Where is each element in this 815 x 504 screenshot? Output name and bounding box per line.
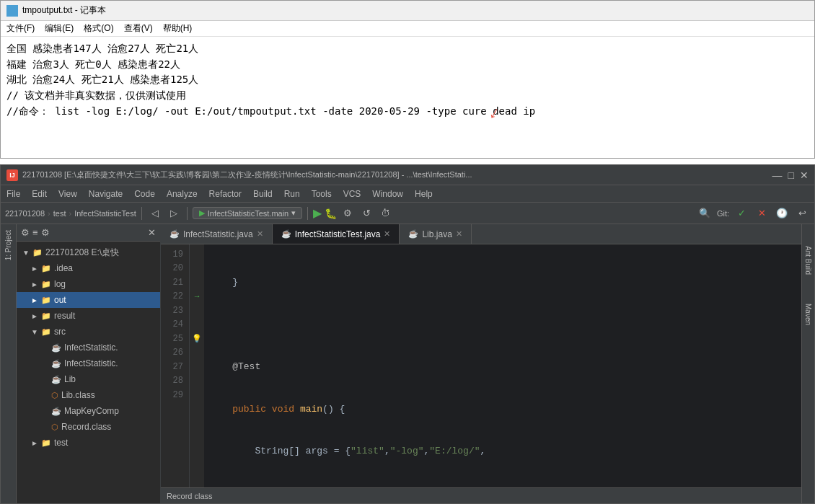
tree-item-recordclass[interactable]: ⬡ Record.class: [17, 419, 160, 435]
notepad-menu-view[interactable]: 查看(V): [124, 22, 153, 35]
ln-19: 19: [161, 247, 183, 262]
notepad-line-1: 全国 感染患者147人 治愈27人 死亡21人: [6, 41, 809, 57]
menu-analyze[interactable]: Analyze: [167, 189, 198, 199]
ide-titlebar: IJ 221701208 [E:\桌面快捷文件\大三下\软工实践\博客园\第二次…: [1, 165, 814, 185]
breakpoint-arrow-22[interactable]: →: [195, 291, 200, 303]
git-label: Git:: [717, 209, 729, 218]
ln-24: 24: [161, 318, 183, 332]
folder-icon: 📁: [32, 248, 43, 257]
project-panel-label[interactable]: 1: Project: [4, 230, 12, 260]
tree-item-src[interactable]: ▼ 📁 src: [17, 324, 160, 340]
git-checkmark[interactable]: ✓: [734, 205, 749, 221]
toolbar-clock[interactable]: ⏱: [377, 205, 393, 221]
gutter: → 💡: [190, 244, 204, 487]
maven-label[interactable]: Maven: [804, 304, 812, 325]
menu-navigate[interactable]: Navigate: [89, 189, 123, 199]
tree-item-mapkeycomp[interactable]: ☕ MapKeyComp: [17, 403, 160, 419]
menu-build[interactable]: Build: [253, 189, 273, 199]
menu-edit[interactable]: Edit: [32, 189, 47, 199]
tab-lib[interactable]: ☕ Lib.java ✕: [400, 224, 471, 244]
debug-button[interactable]: 🐛: [325, 208, 337, 219]
tab-close-2[interactable]: ✕: [384, 229, 390, 239]
run-config-selector[interactable]: ▶ InfectStatisticTest.main ▾: [193, 207, 303, 219]
tree-item-result[interactable]: ► 📁 result: [17, 308, 160, 324]
tab-infectstatistic[interactable]: ☕ InfectStatistic.java ✕: [161, 224, 273, 244]
ln-29: 29: [161, 388, 183, 402]
ln-27: 27: [161, 360, 183, 374]
ln-28: 28: [161, 374, 183, 389]
notepad-line-4: // 该文档并非真实数据，仅供测试使用: [6, 88, 809, 104]
tab-close-3[interactable]: ✕: [456, 229, 462, 239]
gutter-21: [190, 275, 204, 290]
tree-item-log[interactable]: ► 📁 log: [17, 276, 160, 292]
coverage-button[interactable]: ⚙: [340, 205, 356, 221]
toolbar-separator-2: [187, 207, 188, 220]
breadcrumb: 221701208 › test › InfectStatisticTest: [5, 209, 136, 218]
run-button[interactable]: ▶: [313, 206, 322, 220]
tree-item-idea[interactable]: ► 📁 .idea: [17, 260, 160, 276]
toolbar-right: 🔍 Git: ✓ ✕ 🕐 ↩: [697, 205, 810, 221]
close-button[interactable]: ✕: [800, 169, 809, 181]
toolbar-btn-2[interactable]: ▷: [166, 205, 182, 221]
gutter-23: [190, 304, 204, 318]
breadcrumb-class[interactable]: InfectStatisticTest: [74, 209, 136, 218]
tab-infectstatistictest[interactable]: ☕ InfectStatisticTest.java ✕: [273, 224, 400, 244]
tree-settings-icon[interactable]: ⚙: [41, 227, 50, 238]
tree-close-icon[interactable]: ✕: [148, 227, 156, 238]
src-arrow: ▼: [31, 328, 38, 336]
code-line-20: [210, 318, 796, 332]
java-icon-2: ☕: [51, 359, 61, 368]
tree-item-libclass[interactable]: ⬡ Lib.class: [17, 387, 160, 403]
idea-folder-icon: 📁: [41, 264, 51, 273]
ide-right-strip: Ant Build Maven: [801, 224, 814, 503]
tree-item-test[interactable]: ► 📁 test: [17, 435, 160, 451]
git-history[interactable]: 🕐: [774, 205, 790, 221]
notepad-line-2: 福建 治愈3人 死亡0人 感染患者22人: [6, 57, 809, 73]
tree-item-infectstatistic1[interactable]: ☕ InfectStatistic.: [17, 340, 160, 355]
undo-button[interactable]: ↩: [794, 205, 810, 221]
code-content[interactable]: } @Test public void main() { String[] ar…: [204, 244, 801, 487]
test-arrow: ►: [31, 439, 38, 447]
notepad-menu-file[interactable]: 文件(F): [6, 22, 35, 35]
tree-gear-icon[interactable]: ⚙: [21, 227, 30, 238]
menu-run[interactable]: Run: [284, 189, 300, 199]
ant-build-label[interactable]: Ant Build: [804, 246, 812, 275]
menu-refactor[interactable]: Refactor: [209, 189, 242, 199]
menu-help[interactable]: Help: [415, 189, 433, 199]
gutter-28: [190, 374, 204, 389]
run-config-dropdown-icon[interactable]: ▾: [291, 208, 296, 218]
menu-tools[interactable]: Tools: [312, 189, 332, 199]
infectstatistic2-label: InfectStatistic.: [64, 358, 118, 368]
ide-left-strip: 1: Project: [1, 224, 17, 503]
lightbulb-25[interactable]: 💡: [192, 333, 202, 345]
notepad-content: 全国 感染患者147人 治愈27人 死亡21人 福建 治愈3人 死亡0人 感染患…: [1, 37, 814, 158]
tree-toolbar: ⚙ ≡ ⚙ ✕: [17, 224, 160, 242]
toolbar-btn-1[interactable]: ◁: [147, 205, 163, 221]
tree-item-lib[interactable]: ☕ Lib: [17, 371, 160, 387]
tree-root[interactable]: ▼ 📁 221701208 E:\桌快: [17, 244, 160, 260]
notepad-menubar: 文件(F) 编辑(E) 格式(O) 查看(V) 帮助(H): [1, 21, 814, 37]
menu-view[interactable]: View: [58, 189, 77, 199]
toolbar-separator-1: [141, 207, 142, 220]
ln-26: 26: [161, 346, 183, 361]
minimize-button[interactable]: —: [772, 169, 783, 181]
tree-item-infectstatistic2[interactable]: ☕ InfectStatistic.: [17, 355, 160, 371]
notepad-menu-format[interactable]: 格式(O): [84, 22, 113, 35]
search-btn[interactable]: 🔍: [697, 205, 713, 221]
menu-file[interactable]: File: [6, 189, 20, 199]
profile-button[interactable]: ↺: [358, 205, 374, 221]
menu-code[interactable]: Code: [134, 189, 155, 199]
git-x[interactable]: ✕: [754, 205, 770, 221]
tree-collapse-icon[interactable]: ≡: [32, 227, 38, 238]
notepad-menu-help[interactable]: 帮助(H): [163, 22, 193, 35]
breadcrumb-folder[interactable]: test: [53, 209, 66, 218]
tab-close-1[interactable]: ✕: [257, 229, 263, 239]
maximize-button[interactable]: □: [788, 169, 794, 181]
tree-item-out[interactable]: ► 📁 out: [17, 292, 160, 308]
breadcrumb-project[interactable]: 221701208: [5, 209, 45, 218]
menu-window[interactable]: Window: [372, 189, 403, 199]
notepad-menu-edit[interactable]: 编辑(E): [45, 22, 74, 35]
result-arrow: ►: [31, 312, 38, 320]
menu-vcs[interactable]: VCS: [343, 189, 361, 199]
log-label: log: [54, 279, 66, 289]
